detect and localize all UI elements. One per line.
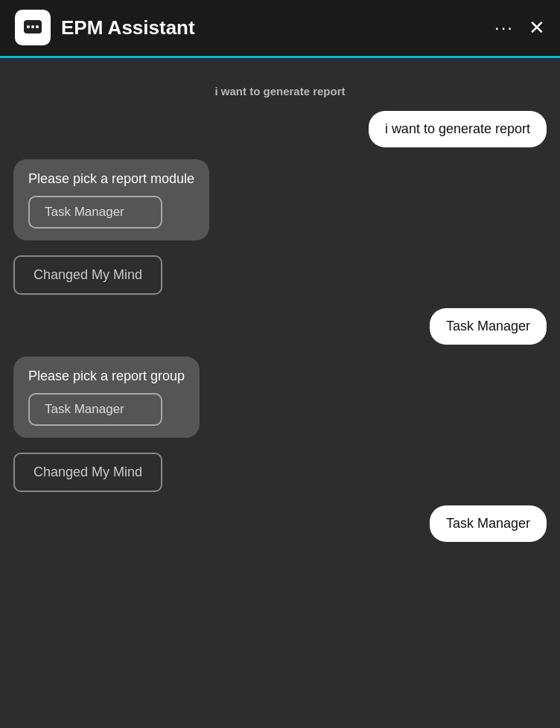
svg-point-2: [31, 25, 34, 28]
bot-bubble-2: Please pick a report group Task Manager: [13, 357, 200, 438]
user-message-3: Task Manager: [13, 505, 547, 542]
user-bubble-1: i want to generate report: [369, 111, 547, 147]
app-title: EPM Assistant: [61, 16, 494, 39]
svg-point-1: [27, 25, 30, 28]
bot-group-1: Please pick a report module Task Manager: [13, 159, 547, 248]
app-header: EPM Assistant ··· ✕: [0, 0, 560, 56]
user-message-2: Task Manager: [13, 308, 547, 345]
close-button[interactable]: ✕: [529, 16, 545, 39]
user-bubble-2: Task Manager: [430, 308, 547, 345]
user-bubble-3: Task Manager: [430, 505, 547, 542]
bot-option-task-manager-1[interactable]: Task Manager: [28, 196, 162, 229]
bot-group-2: Please pick a report group Task Manager: [13, 357, 547, 445]
svg-point-3: [36, 25, 39, 28]
bot-option-task-manager-2[interactable]: Task Manager: [28, 393, 162, 426]
header-actions: ··· ✕: [494, 16, 545, 39]
chat-area: i want to generate report i want to gene…: [0, 58, 560, 728]
bot-bubble-1: Please pick a report module Task Manager: [13, 159, 209, 240]
user-message-1: i want to generate report: [13, 111, 547, 147]
chat-timestamp: i want to generate report: [13, 85, 547, 98]
app-icon: [15, 10, 51, 45]
changed-mind-button-1[interactable]: Changed My Mind: [13, 255, 162, 295]
chat-icon: [22, 17, 43, 38]
bot-prompt-1: Please pick a report module: [28, 171, 194, 187]
more-options-button[interactable]: ···: [494, 17, 514, 38]
changed-mind-button-2[interactable]: Changed My Mind: [13, 453, 162, 492]
bot-prompt-2: Please pick a report group: [28, 368, 185, 384]
